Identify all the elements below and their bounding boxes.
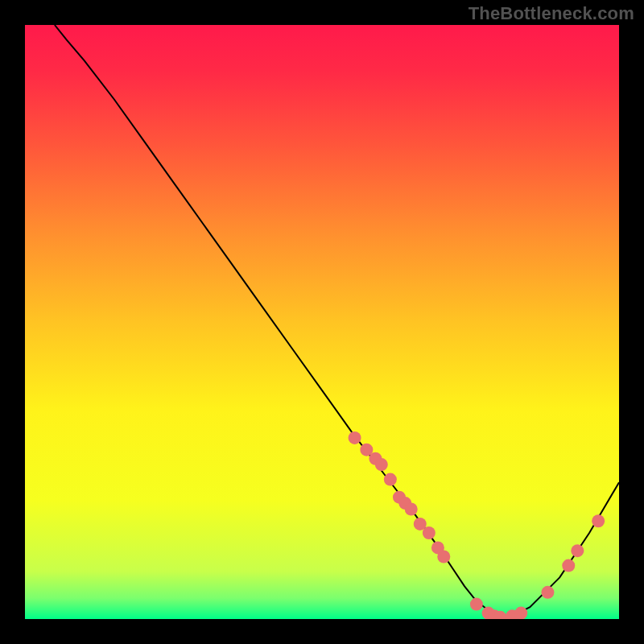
data-marker xyxy=(592,514,605,527)
data-marker xyxy=(405,502,418,515)
data-marker xyxy=(437,551,450,564)
data-marker xyxy=(562,559,575,572)
data-marker xyxy=(384,473,397,486)
data-marker xyxy=(541,586,554,599)
data-marker xyxy=(375,458,388,471)
data-marker xyxy=(514,607,527,619)
data-marker xyxy=(470,598,483,611)
data-marker xyxy=(349,431,361,444)
gradient-background xyxy=(25,25,619,619)
chart-frame xyxy=(25,25,619,619)
data-marker xyxy=(571,544,584,557)
attribution-text: TheBottleneck.com xyxy=(469,3,634,24)
bottleneck-chart xyxy=(25,25,619,619)
data-marker xyxy=(423,526,436,539)
